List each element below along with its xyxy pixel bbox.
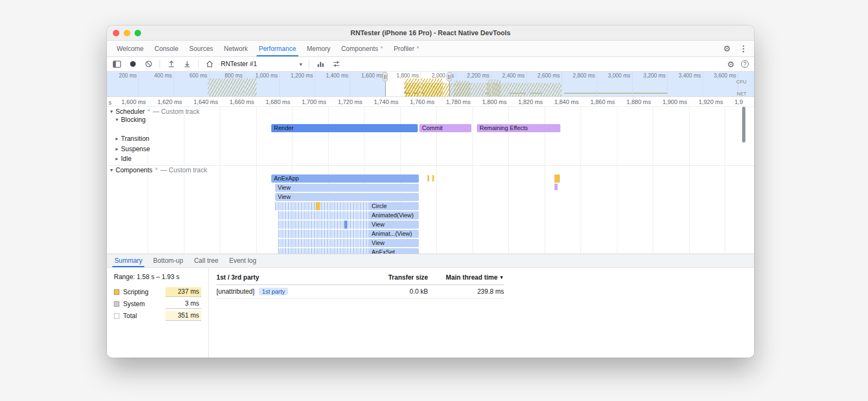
flame-micro-slices[interactable] — [278, 221, 369, 229]
flame-bar-animated-view[interactable]: Animated(View) — [369, 211, 419, 219]
late-scripting-block[interactable] — [554, 174, 560, 183]
settings-gear-icon[interactable]: ⚙ — [724, 44, 731, 53]
overview-tick-label: 2,200 ms — [467, 73, 489, 79]
clear-button[interactable] — [144, 60, 153, 69]
flame-bar-view[interactable]: View — [275, 184, 419, 192]
detail-tab-event-log[interactable]: Event log — [224, 254, 261, 267]
track-components[interactable]: ▾ Components * — Custom track — [108, 166, 209, 174]
track-row-idle[interactable]: ▸Idle — [113, 155, 133, 163]
tab-label: Bottom-up — [153, 257, 183, 264]
tab-profiler[interactable]: Profiler* — [388, 41, 425, 56]
flame-micro-slices[interactable] — [278, 211, 369, 219]
track-name: Components — [116, 166, 152, 174]
scripting-tick[interactable] — [427, 175, 429, 182]
flame-bar-anexset[interactable]: AnExSet — [369, 248, 419, 254]
panel-settings-gear-icon[interactable]: ⚙ — [727, 60, 735, 68]
flame-bar-anexapp[interactable]: AnExApp — [271, 174, 419, 183]
tab-label: Console — [155, 45, 178, 53]
target-select[interactable]: RNTester #1 ▾ — [221, 60, 302, 68]
overview-tick-label: 1,400 ms — [326, 73, 348, 79]
load-profile-button[interactable] — [167, 60, 176, 69]
scripting-slice[interactable] — [316, 202, 320, 210]
scripting-tick[interactable] — [432, 175, 434, 182]
first-party-chip[interactable]: 1st party — [259, 288, 288, 295]
flame-bar-view[interactable]: View — [369, 221, 419, 229]
collapse-icon: ▾ — [116, 116, 118, 124]
track-row-blocking[interactable]: ▾Blocking — [113, 116, 148, 124]
flame-micro-slices[interactable] — [278, 230, 369, 238]
flame-micro-slices[interactable] — [278, 248, 369, 254]
ruler-tick-label: 1,860 ms — [590, 99, 615, 105]
col-transfer-size-header[interactable]: Transfer size — [352, 274, 428, 281]
clear-icon — [145, 60, 152, 68]
main-thread-time-value: 239.8 ms — [428, 288, 504, 295]
detail-tab-summary[interactable]: Summary — [109, 254, 148, 267]
tab-memory[interactable]: Memory — [302, 41, 336, 56]
vertical-scrollbar[interactable] — [742, 107, 745, 143]
chart-gridline — [617, 107, 617, 254]
overview-tick-label: 400 ms — [154, 73, 172, 79]
track-separator — [107, 165, 754, 166]
flame-bar-animated-view-2[interactable]: Animat...(View) — [369, 230, 419, 238]
tab-network[interactable]: Network — [219, 41, 253, 56]
ruler-tick-label: 1,700 ms — [302, 99, 326, 105]
tab-welcome[interactable]: Welcome — [111, 41, 149, 56]
drag-grip-icon[interactable] — [446, 72, 452, 81]
legend-swatch — [114, 301, 119, 307]
track-row-suspense[interactable]: ▸Suspense — [113, 145, 152, 153]
tab-components[interactable]: Components* — [336, 41, 388, 56]
ruler-tick-label: 1,760 ms — [410, 99, 435, 105]
chart-gridline — [473, 107, 473, 254]
help-icon: ? — [743, 61, 746, 67]
overview-gridline — [420, 72, 421, 96]
flame-bar-view[interactable]: View — [369, 239, 419, 247]
party-table: 1st / 3rd party Transfer size Main threa… — [216, 272, 504, 299]
col-main-thread-time-header[interactable]: Main thread time ▼ — [428, 274, 504, 281]
record-icon — [129, 60, 137, 68]
commit-phase-bar[interactable]: Commit — [419, 124, 471, 132]
drag-grip-icon[interactable] — [382, 72, 388, 81]
legend-label: Scripting — [123, 288, 149, 296]
timeline-ruler[interactable]: s 1,600 ms1,620 ms1,640 ms1,660 ms1,680 … — [107, 97, 754, 107]
flame-chart[interactable]: ▾ Scheduler * — Custom track Render Comm… — [107, 107, 754, 254]
late-effect-block[interactable] — [554, 184, 558, 190]
render-phase-bar[interactable]: Render — [271, 124, 418, 132]
custom-panel-badge-icon: * — [417, 45, 419, 53]
toggle-sidebar-button[interactable] — [112, 60, 122, 69]
capture-settings-button[interactable] — [331, 60, 341, 69]
table-body: [unattributed]1st party0.0 kB239.8 ms — [216, 285, 504, 299]
target-select-value: RNTester #1 — [221, 60, 257, 68]
tab-sources[interactable]: Sources — [184, 41, 219, 56]
help-button[interactable]: ? — [741, 60, 749, 68]
save-profile-button[interactable] — [182, 60, 192, 69]
flame-bar-circle[interactable]: Circle — [369, 202, 419, 210]
flame-micro-slices[interactable] — [275, 202, 369, 210]
timeline-overview[interactable]: CPU NET 200 ms400 ms600 ms800 ms1,000 ms… — [107, 72, 754, 97]
zoom-window-button[interactable] — [135, 30, 141, 36]
legend-value: 351 ms — [165, 311, 201, 321]
highlighted-slice[interactable] — [344, 221, 347, 229]
tab-performance[interactable]: Performance — [253, 41, 302, 56]
detail-tab-bottom-up[interactable]: Bottom-up — [148, 254, 188, 267]
stats-button[interactable] — [316, 60, 325, 69]
net-lane-label: NET — [737, 91, 746, 96]
overview-tick-label: 200 ms — [119, 73, 137, 79]
ruler-tick-label: 1,660 ms — [229, 99, 254, 105]
flame-micro-slices[interactable] — [278, 239, 369, 247]
track-row-transition[interactable]: ▸Transition — [113, 135, 151, 143]
record-button[interactable] — [128, 60, 137, 69]
ruler-tick-label: 1,640 ms — [194, 99, 218, 105]
live-metrics-home-button[interactable] — [205, 60, 214, 69]
close-window-button[interactable] — [113, 30, 119, 36]
more-menu-icon[interactable]: ⋮ — [739, 44, 748, 53]
track-scheduler[interactable]: ▾ Scheduler * — Custom track — [108, 108, 202, 115]
detail-tab-call-tree[interactable]: Call tree — [189, 254, 224, 267]
overview-tick-label: 1,000 ms — [256, 73, 278, 79]
window-title: RNTester (iPhone 16 Pro) - React Native … — [350, 29, 510, 37]
chart-gridline — [220, 107, 220, 254]
remaining-effects-bar[interactable]: Remaining Effects — [477, 124, 560, 132]
flame-bar-view[interactable]: View — [275, 193, 419, 201]
minimize-window-button[interactable] — [124, 30, 130, 36]
overview-tick-label: 600 ms — [189, 73, 207, 79]
tab-console[interactable]: Console — [149, 41, 184, 56]
